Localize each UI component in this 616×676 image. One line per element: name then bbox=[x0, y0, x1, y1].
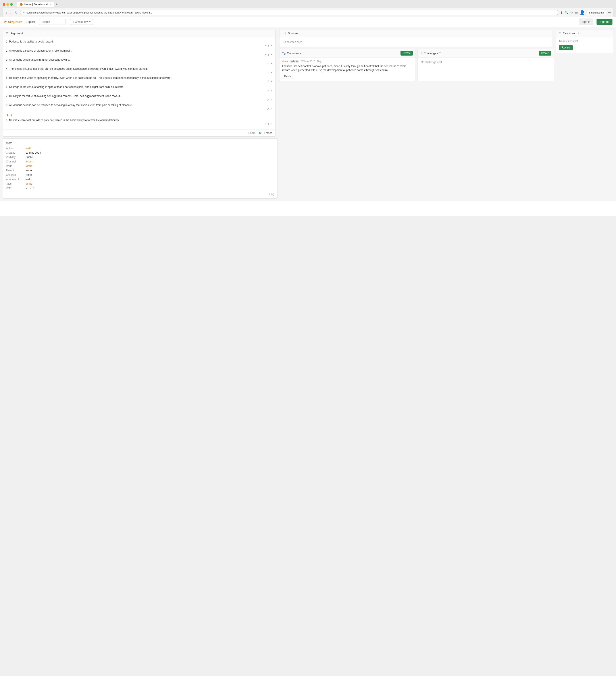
twitter-icon[interactable]: 🐦 bbox=[258, 131, 262, 134]
tags-label: Tags bbox=[6, 182, 24, 185]
more-options-icon[interactable]: ⋯ bbox=[608, 11, 611, 14]
meta-panel: Meta Author mattq Created 17 May 2023 Vi… bbox=[3, 138, 278, 199]
comments-title-text: Comments bbox=[287, 52, 301, 55]
search-input[interactable] bbox=[39, 19, 66, 25]
create-comment-button[interactable]: Create bbox=[401, 51, 413, 56]
profile-icon[interactable]: 👤 bbox=[579, 10, 585, 15]
new-tab-button[interactable]: + bbox=[56, 2, 58, 6]
finish-update-button[interactable]: Finish update bbox=[587, 10, 606, 15]
create-challenge-button[interactable]: Create bbox=[539, 51, 551, 56]
item-number: 6. bbox=[6, 86, 8, 89]
argument-item-text: 9.No virtue can exist outside of patienc… bbox=[6, 118, 272, 122]
vote-check-icon[interactable]: ✓ bbox=[267, 90, 269, 92]
attributed-value: mattq bbox=[25, 178, 32, 181]
flag-button[interactable]: Flag bbox=[269, 192, 274, 196]
explore-link[interactable]: Explore bbox=[26, 20, 36, 23]
vote-help-icon[interactable]: ? bbox=[33, 187, 35, 190]
comment-item: drew Whole 17 May 2023 Flag I believe th… bbox=[280, 58, 416, 81]
vote-x-icon[interactable]: ✕ bbox=[270, 108, 272, 110]
parent-label: Parent bbox=[6, 169, 24, 172]
plus-icon: + bbox=[420, 51, 422, 55]
meta-parent-row: Parent None bbox=[6, 169, 274, 172]
logo[interactable]: ☀ Sequiturs bbox=[4, 20, 22, 24]
vote-x-icon[interactable]: ✕ bbox=[270, 123, 272, 125]
vote-count: 1 bbox=[268, 123, 269, 125]
comment-flag-link[interactable]: Flag bbox=[317, 60, 321, 63]
browser-chrome: Home | Sequiturs.ai ✕ + ‹ › ↻ ⚙ sequitur… bbox=[0, 0, 616, 17]
embed-link[interactable]: Embed bbox=[264, 131, 272, 134]
item-number: 8. bbox=[6, 104, 8, 107]
meta-children-row: Children None bbox=[6, 173, 274, 176]
tags-link[interactable]: Virtue bbox=[25, 182, 32, 185]
children-value: None bbox=[25, 173, 32, 176]
sign-in-button[interactable]: Sign in bbox=[579, 18, 593, 25]
vote-check-icon[interactable]: ✓ bbox=[264, 44, 266, 47]
argument-item-text: 5.Honesty is the virtue of speaking trut… bbox=[6, 76, 272, 80]
revisions-panel: ⑂ Revisions ? No revisions yet. Revise bbox=[556, 29, 613, 53]
vote-x-icon[interactable]: ✕ bbox=[270, 44, 272, 47]
author-link[interactable]: mattq bbox=[25, 147, 32, 150]
minimize-button[interactable] bbox=[6, 3, 9, 6]
visibility-value: Public bbox=[25, 156, 33, 159]
vote-x-icon[interactable]: ✕ bbox=[270, 53, 272, 56]
comments-panel-header: 🐾 Comments Create bbox=[280, 49, 416, 58]
vote-check-icon[interactable]: ✓ bbox=[267, 99, 269, 101]
meta-author-row: Author mattq bbox=[6, 147, 274, 150]
challenges-panel-header: + Challenges ? Create bbox=[418, 49, 554, 58]
forward-button[interactable]: › bbox=[9, 10, 12, 15]
vote-x-icon[interactable]: ✕ bbox=[270, 99, 272, 101]
flag-row: Flag bbox=[6, 191, 274, 196]
vote-x-button[interactable]: ✕ bbox=[29, 186, 32, 190]
list-icon: ☰ bbox=[6, 32, 9, 35]
channel-link[interactable]: forum bbox=[25, 160, 32, 163]
item-text: Courage is the virtue of acting in spite… bbox=[9, 86, 124, 89]
item-text: All virtuous actions can be reduced to b… bbox=[9, 104, 132, 107]
vote-check-button[interactable]: ✓ bbox=[25, 186, 28, 190]
children-label: Children bbox=[6, 173, 24, 176]
item-number: 1. bbox=[6, 40, 8, 43]
vote-x-icon[interactable]: ✕ bbox=[270, 62, 272, 65]
sign-up-button[interactable]: Sign up bbox=[597, 19, 612, 25]
author-label: Author bbox=[6, 147, 24, 150]
no-challenges-text: No challenges yet. bbox=[418, 58, 554, 67]
vote-check-icon[interactable]: ✓ bbox=[264, 53, 266, 56]
vote-check-icon[interactable]: ✓ bbox=[267, 62, 269, 65]
issue-link[interactable]: Virtue bbox=[25, 164, 32, 168]
vote-row: ✓ ✕ bbox=[6, 99, 272, 101]
tab-close-icon[interactable]: ✕ bbox=[49, 3, 51, 6]
revisions-help-icon[interactable]: ? bbox=[578, 32, 579, 35]
argument-item: 7.Humility is the virtue of avoiding sel… bbox=[6, 94, 272, 101]
url-bar[interactable]: ⚙ sequiturs.ai/arguments/no-virtue-can-e… bbox=[20, 10, 558, 15]
zoom-icon[interactable]: 🔍 bbox=[565, 11, 568, 14]
vote-x-icon[interactable]: ✕ bbox=[270, 90, 272, 92]
argument-panel: ☰ Argument 1.Patience is the ability to … bbox=[3, 29, 276, 136]
challenges-help-icon[interactable]: ? bbox=[439, 52, 440, 54]
vote-x-icon[interactable]: ✕ bbox=[270, 71, 272, 74]
revise-button[interactable]: Revise bbox=[559, 45, 573, 50]
parent-value: None bbox=[25, 169, 32, 172]
tab-title: Home | Sequiturs.ai bbox=[24, 3, 48, 6]
share-icon[interactable]: ⬆ bbox=[560, 11, 563, 14]
vote-x-icon[interactable]: ✕ bbox=[270, 80, 272, 83]
vote-check-icon[interactable]: ✓ bbox=[267, 108, 269, 110]
vote-label: Vote bbox=[6, 186, 24, 190]
comment-author[interactable]: drew bbox=[282, 60, 288, 63]
create-new-button[interactable]: + Create new ▾ bbox=[70, 19, 93, 25]
active-tab[interactable]: Home | Sequiturs.ai ✕ bbox=[17, 2, 54, 7]
item-text: A reward is a source of pleasure, or a r… bbox=[9, 49, 72, 52]
vote-check-icon[interactable]: ✓ bbox=[267, 71, 269, 74]
vote-row: ✓ ✕ bbox=[6, 71, 272, 74]
create-new-label: + Create new bbox=[73, 20, 88, 23]
vote-check-icon[interactable]: ✓ bbox=[264, 123, 266, 125]
reader-mode-icon[interactable]: ▭ bbox=[575, 11, 578, 14]
close-button[interactable] bbox=[3, 3, 5, 6]
comment-date: 17 May 2023 bbox=[301, 60, 315, 63]
back-button[interactable]: ‹ bbox=[5, 10, 8, 15]
vote-check-icon[interactable]: ✓ bbox=[267, 80, 269, 83]
reply-button[interactable]: Reply bbox=[282, 74, 293, 79]
app-container: ☀ Sequiturs Explore + Create new ▾ Sign … bbox=[0, 17, 616, 216]
bookmark-icon[interactable]: ☆ bbox=[570, 11, 573, 14]
refresh-button[interactable]: ↻ bbox=[14, 10, 18, 15]
sources-panel-header: 📄 Sources bbox=[280, 30, 552, 38]
maximize-button[interactable] bbox=[10, 3, 13, 6]
